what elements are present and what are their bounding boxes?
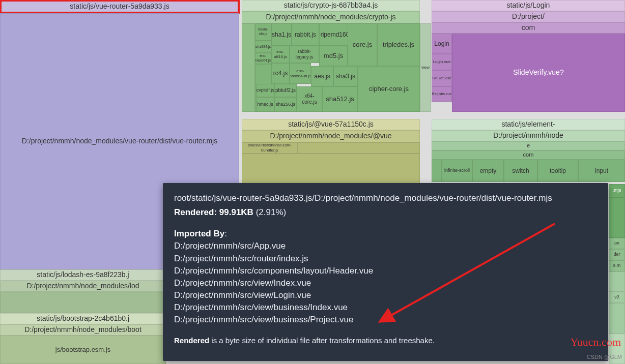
treemap-sub-lodash[interactable]: D:/project/nmmh/node_modules/lod xyxy=(0,281,166,292)
frag3[interactable] xyxy=(609,303,625,333)
treemap-sub-bootstrap[interactable]: D:/project/nmmh/node_modules/boot xyxy=(0,324,166,336)
frag-v2[interactable]: v2 xyxy=(609,292,625,303)
header-label: static/js/vue-router-5a9da933.js xyxy=(70,2,169,11)
crypto-encutf[interactable]: enc-utf16.js xyxy=(271,46,290,63)
treemap-header-bootstrap[interactable]: static/js/bootstrap-2c4b61b0.j xyxy=(0,313,166,324)
crypto-enc-b64[interactable]: enc-base64.js xyxy=(255,53,271,64)
crypto-triple[interactable]: tripledes.js xyxy=(377,23,420,66)
crypto-rabbit-legacy[interactable]: rabbit-legacy.js xyxy=(290,46,319,63)
treemap-com-login[interactable]: com xyxy=(432,22,625,34)
bootstrap-esm[interactable]: js/bootstrap.esm.js xyxy=(0,336,166,364)
element-tooltip[interactable]: tooltip xyxy=(537,160,578,182)
element-switch[interactable]: switch xyxy=(504,160,537,182)
treemap-header-login[interactable]: static/js/Login xyxy=(432,0,625,11)
vue-body2[interactable] xyxy=(298,142,420,154)
treemap-sub-login[interactable]: D:/project/ xyxy=(432,11,625,22)
treemap-header-vue-router[interactable]: static/js/vue-router-5a9da933.js xyxy=(0,0,239,13)
login-heset[interactable]: HeSet.vue xyxy=(432,70,452,86)
treemap-sub-crypto[interactable]: D:/project/nmmh/node_modules/crypto-js xyxy=(242,11,420,23)
watermark-yuucn: Yuucn.com xyxy=(570,336,621,349)
tooltip-import-entry: D:/project/nmmh/src/router/index.js xyxy=(174,253,597,265)
treemap-sub-element[interactable]: D:/project/nmmh/node xyxy=(432,130,625,141)
crypto-evp[interactable]: evpkdf.js xyxy=(256,84,274,97)
element-empty[interactable]: empty xyxy=(472,160,504,182)
element-infinite[interactable]: infinite-scroll xyxy=(442,160,472,182)
frag2[interactable] xyxy=(609,271,625,292)
login-view-strip[interactable]: view xyxy=(420,23,431,112)
tooltip-import-entry: D:/project/nmmh/src/view/business/Projec… xyxy=(174,314,597,326)
crypto-pbkdf2[interactable]: pbkdf2.js xyxy=(274,84,297,97)
frag-mjs[interactable]: .mjs xyxy=(609,184,625,197)
frag1[interactable] xyxy=(609,197,625,238)
tooltip-footer: Rendered is a byte size of individual fi… xyxy=(174,335,597,346)
crypto-md5[interactable]: md5.js xyxy=(319,46,348,66)
crypto-hmac[interactable]: hmac.js xyxy=(256,97,274,112)
tooltip-rendered-line: Rendered: 99.91KB (2.91%) xyxy=(174,206,597,219)
crypto-sha3[interactable]: sha3.js xyxy=(333,66,358,86)
treemap-header-vue[interactable]: static/js/@vue-57a1150c.js xyxy=(242,119,420,130)
lodash-body[interactable] xyxy=(0,292,166,313)
crypto-rabbit[interactable]: rabbit.js xyxy=(292,23,319,46)
crypto-core[interactable]: core.js xyxy=(348,23,377,66)
sub-label: D:/project/nmmh/node_modules/crypto-js xyxy=(266,13,395,22)
tooltip-import-entry: D:/project/nmmh/src/view/Index.vue xyxy=(174,277,597,289)
module-tooltip: root/static/js/vue-router-5a9da933.js/D:… xyxy=(163,183,608,361)
tooltip-import-entry: D:/project/nmmh/src/view/business/Index.… xyxy=(174,301,597,314)
crypto-rc4[interactable]: rc4.js xyxy=(271,63,290,84)
watermark-csdn: CSDN @GLM xyxy=(587,354,622,360)
element-strip[interactable] xyxy=(432,160,442,182)
crypto-x64[interactable]: x64-core.js xyxy=(297,86,322,112)
node-label: D:/project/nmmh/node_modules/vue-router/… xyxy=(22,137,217,146)
frag-der[interactable]: der xyxy=(609,249,625,260)
header-label: static/js/crypto-js-687bb3a4.js xyxy=(284,1,378,10)
frag-sm[interactable]: s.m xyxy=(609,260,625,271)
tooltip-path: root/static/js/vue-router-5a9da933.js/D:… xyxy=(174,192,597,204)
tooltip-import-entry: D:/project/nmmh/src/view/Login.vue xyxy=(174,289,597,301)
tooltip-imported-by: Imported By: D:/project/nmmh/src/App.vue… xyxy=(174,228,597,326)
crypto-sha512[interactable]: sha512.js xyxy=(322,86,358,112)
crypto-mode-cfb[interactable]: mode-cfb.js xyxy=(255,23,271,41)
frag-on[interactable]: on xyxy=(609,238,625,249)
login-login[interactable]: Login xyxy=(432,34,452,54)
login-loginvue[interactable]: Login.vue xyxy=(432,54,452,70)
element-com[interactable]: com xyxy=(432,150,625,160)
login-register[interactable]: Register.vue xyxy=(432,86,452,102)
tooltip-import-entry: D:/project/nmmh/src/App.vue xyxy=(174,240,597,252)
crypto-sha1[interactable]: sha1.js xyxy=(271,23,292,46)
crypto-misc[interactable] xyxy=(242,23,255,112)
crypto-sha384[interactable]: sha384.js xyxy=(255,41,271,53)
login-slideverify[interactable]: SlideVerify.vue? xyxy=(452,34,625,112)
crypto-encb64u[interactable]: enc-base64url.js xyxy=(290,63,311,84)
element-input[interactable]: input xyxy=(578,160,625,182)
element-e[interactable]: e xyxy=(432,141,625,150)
treemap-header-crypto[interactable]: static/js/crypto-js-687bb3a4.js xyxy=(242,0,420,11)
vue-shared[interactable]: shared/dist/shared.esm-bundler.js xyxy=(242,142,298,154)
tooltip-import-entry: D:/project/nmmh/src/components/layout/He… xyxy=(174,265,597,277)
treemap-header-lodash[interactable]: static/js/lodash-es-9a8f223b.j xyxy=(0,269,166,281)
crypto-aes[interactable]: aes.js xyxy=(311,66,333,86)
treemap-sub-vue[interactable]: D:/project/nmmh/node_modules/@vue xyxy=(242,130,420,142)
crypto-sha256[interactable]: sha256.js xyxy=(274,97,297,112)
treemap-header-element[interactable]: static/js/element- xyxy=(432,119,625,130)
crypto-cipher-core[interactable]: cipher-core.js xyxy=(358,66,420,112)
